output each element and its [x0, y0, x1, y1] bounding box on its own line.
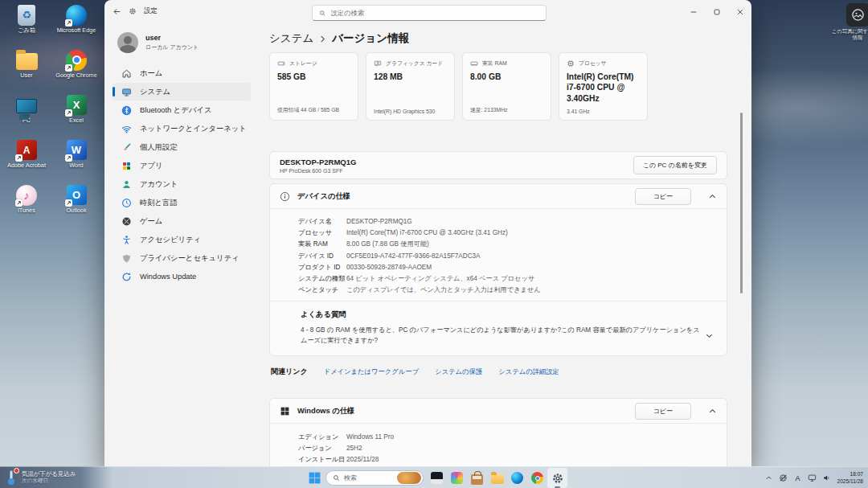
- chrome-button[interactable]: [527, 468, 547, 488]
- weather-subline: 次の水曜日: [22, 478, 76, 485]
- settings-gear-icon: [129, 7, 137, 15]
- spec-label: プロダクト ID: [298, 263, 346, 272]
- chevron-up-icon[interactable]: [708, 192, 717, 201]
- sidebar-item-label: プライバシーとセキュリティ: [140, 253, 239, 264]
- close-button[interactable]: [728, 0, 751, 24]
- windows-specs-header[interactable]: Windows の仕様 コピー: [270, 399, 727, 423]
- desktop-icon-itunes[interactable]: ♪ iTunes: [2, 182, 51, 227]
- sidebar-item-network-internet[interactable]: ネットワークとインターネット: [113, 120, 251, 137]
- spec-row: ペンとタッチこのディスプレイでは、ペン入力とタッチ入力は利用できません: [298, 285, 717, 296]
- rename-pc-button[interactable]: この PC の名前を変更: [633, 156, 717, 174]
- paintbrush-icon: [121, 142, 132, 153]
- sidebar-item-home[interactable]: ホーム: [113, 64, 251, 82]
- volume-icon[interactable]: [819, 467, 833, 488]
- spec-cards: ストレージ 585 GB 使用領域 44 GB / 585 GB グラフィックス…: [269, 52, 727, 121]
- link-system-protection[interactable]: システムの保護: [435, 367, 482, 376]
- desktop-icon-edge[interactable]: Microsoft Edge: [51, 2, 101, 47]
- task-view-button[interactable]: [427, 468, 447, 488]
- sidebar-item-privacy-security[interactable]: プライバシーとセキュリティ: [113, 249, 251, 267]
- link-advanced-system-settings[interactable]: システムの詳細設定: [498, 367, 559, 376]
- settings-search-input[interactable]: [331, 9, 539, 17]
- desktop-icon-user-folder[interactable]: User: [2, 47, 51, 92]
- sidebar-item-accessibility[interactable]: アクセシビリティ: [113, 231, 251, 248]
- back-button[interactable]: [113, 7, 121, 16]
- update-arrows-icon: [121, 272, 132, 282]
- clock-icon: [121, 198, 132, 208]
- photos-button[interactable]: [447, 468, 467, 488]
- start-button[interactable]: [308, 471, 321, 485]
- storage-icon: [277, 59, 285, 68]
- desktop-icon-spotlight[interactable]: この写真に関する詳細情報: [831, 3, 868, 41]
- section-title: Windows の仕様: [297, 406, 628, 416]
- card-label: 実装 RAM: [482, 59, 507, 68]
- spec-label: システムの種類: [298, 274, 346, 283]
- device-specs-list: デバイス名DESKTOP-P2RMQ1G プロセッサIntel(R) Core(…: [270, 209, 727, 301]
- info-icon: [280, 191, 290, 202]
- shortcut-arrow-icon: [65, 109, 72, 117]
- chevron-up-icon[interactable]: [708, 407, 717, 416]
- sidebar-item-personalization[interactable]: 個人用設定: [113, 138, 251, 156]
- copy-windows-specs-button[interactable]: コピー: [635, 403, 691, 420]
- copy-device-specs-button[interactable]: コピー: [635, 188, 691, 205]
- desktop-icon-label: iTunes: [18, 207, 35, 214]
- spec-value: 2025/11/28: [346, 456, 379, 463]
- edge-button[interactable]: [507, 468, 527, 488]
- sidebar-item-time-language[interactable]: 時刻と言語: [113, 194, 251, 211]
- link-domain-workgroup[interactable]: ドメインまたはワークグループ: [324, 367, 420, 376]
- breadcrumb: システム バージョン情報: [269, 31, 727, 47]
- taskbar-search-box[interactable]: 検索: [326, 470, 424, 486]
- breadcrumb-parent[interactable]: システム: [269, 31, 313, 46]
- weather-widget[interactable]: 気温が下がる見込み 次の水曜日: [5, 470, 76, 486]
- minimize-button[interactable]: [682, 0, 705, 24]
- spec-label: デバイス名: [298, 217, 346, 226]
- desktop-icon-acrobat[interactable]: A Adobe Acrobat: [2, 137, 51, 182]
- clock[interactable]: 18:07 2025/11/28: [837, 471, 863, 486]
- desktop-icon-pc[interactable]: PC: [2, 92, 51, 137]
- chevron-down-icon[interactable]: [705, 331, 714, 340]
- search-highlight-image: [397, 472, 421, 484]
- taskbar: 気温が下がる見込み 次の水曜日 検索 A 18:07 2025/11/28: [0, 466, 868, 488]
- card-label: ストレージ: [289, 59, 317, 68]
- sidebar-item-system[interactable]: システム: [113, 83, 251, 100]
- taskbar-apps: [427, 468, 567, 488]
- desktop-icon-recycle-bin[interactable]: ♻ ごみ箱: [2, 2, 51, 47]
- shield-icon: [121, 253, 132, 264]
- desktop-icon-grid: ♻ ごみ箱 Microsoft Edge User Google Chrome …: [2, 2, 101, 227]
- pen-display-icon[interactable]: [805, 467, 819, 488]
- thermometer-icon: [5, 470, 18, 486]
- settings-search-box[interactable]: [312, 5, 547, 21]
- file-explorer-button[interactable]: [487, 468, 507, 488]
- spec-value: Windows 11 Pro: [346, 433, 394, 441]
- windows-specs-section: Windows の仕様 コピー エディションWindows 11 Pro バージ…: [269, 398, 727, 466]
- file-explorer-icon: [491, 474, 504, 484]
- sidebar-item-label: 時刻と言語: [140, 198, 178, 208]
- spec-row: エディションWindows 11 Pro: [298, 431, 717, 442]
- shortcut-arrow-icon: [15, 199, 23, 207]
- desktop-icon-outlook[interactable]: O Outlook: [51, 182, 101, 227]
- ime-mode-indicator[interactable]: A: [790, 467, 805, 488]
- sidebar-item-apps[interactable]: アプリ: [113, 157, 251, 174]
- tray-overflow-chevron[interactable]: [761, 467, 776, 488]
- system-tray: A 18:07 2025/11/28: [761, 467, 868, 488]
- store-button[interactable]: [467, 468, 487, 488]
- spec-row: インストール日2025/11/28: [298, 453, 717, 465]
- account-summary[interactable]: user ローカル アカウント: [117, 32, 259, 53]
- vertical-scrollbar[interactable]: [740, 113, 743, 293]
- spec-row: プロセッサIntel(R) Core(TM) i7-6700 CPU @ 3.4…: [298, 227, 717, 238]
- spotlight-picture-icon: [846, 3, 868, 27]
- desktop-icon-chrome[interactable]: Google Chrome: [51, 47, 101, 92]
- sidebar-item-accounts[interactable]: アカウント: [113, 175, 251, 193]
- settings-button-active[interactable]: [547, 468, 567, 488]
- sidebar-item-label: Windows Update: [140, 273, 196, 281]
- spec-label: プロセッサ: [298, 228, 346, 237]
- windows-start-icon: [308, 471, 321, 485]
- sidebar-item-gaming[interactable]: ゲーム: [113, 212, 251, 230]
- network-globe-offline-icon[interactable]: [776, 467, 790, 488]
- maximize-button[interactable]: [705, 0, 728, 24]
- desktop-icon-excel[interactable]: X Excel: [51, 92, 101, 137]
- faq-question-row[interactable]: 4 - 8 GB の RAM を使用すると、PC のパフォーマンスにどのような影…: [301, 326, 717, 346]
- sidebar-item-windows-update[interactable]: Windows Update: [113, 268, 251, 285]
- device-specs-header[interactable]: デバイスの仕様 コピー: [270, 184, 727, 208]
- desktop-icon-word[interactable]: W Word: [51, 137, 101, 182]
- sidebar-item-bluetooth-devices[interactable]: Bluetooth とデバイス: [113, 101, 251, 119]
